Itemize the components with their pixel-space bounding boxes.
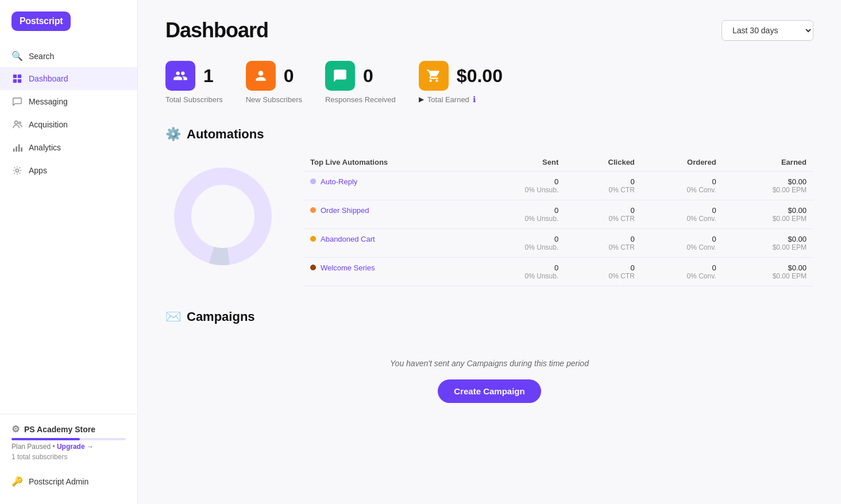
admin-label: Postscript Admin [29, 477, 88, 486]
automations-icon: ⚙️ [165, 127, 181, 142]
table-row: Order Shipped 0 0% Unsub. 0 0% CTR 0 0% … [303, 200, 813, 229]
automations-title: Automations [187, 127, 264, 142]
automation-link[interactable]: Order Shipped [321, 206, 369, 215]
campaigns-section: ✉️ Campaigns You haven't sent any Campai… [165, 309, 813, 414]
sent-cell: 0 0% Unsub. [476, 229, 565, 258]
messaging-icon [11, 96, 23, 107]
svg-point-5 [19, 122, 21, 125]
sidebar-item-dashboard[interactable]: Dashboard [0, 67, 137, 90]
responses-icon [325, 61, 355, 91]
search-icon: 🔍 [11, 51, 23, 61]
store-icon: ⚙ [11, 424, 20, 435]
clicked-cell: 0 0% CTR [565, 200, 642, 229]
plan-status-text: Plan Paused • Upgrade → [11, 443, 126, 451]
acquisition-icon [11, 119, 23, 130]
campaigns-empty-state: You haven't sent any Campaigns during th… [165, 336, 813, 414]
svg-rect-1 [18, 75, 21, 78]
clicked-cell: 0 0% CTR [565, 229, 642, 258]
campaigns-icon: ✉️ [165, 309, 181, 324]
store-name-label: PS Academy Store [24, 425, 95, 434]
svg-rect-2 [13, 79, 17, 83]
upgrade-link[interactable]: Upgrade → [57, 443, 94, 451]
automation-link[interactable]: Welcome Series [321, 263, 375, 272]
total-subscribers-value: 1 [203, 65, 214, 87]
automations-section-wrap: ⚙️ Automations Top Live Automations Sent [165, 127, 813, 286]
info-icon[interactable]: ℹ [473, 95, 476, 104]
sidebar-item-label: Apps [29, 166, 47, 175]
sidebar-item-admin[interactable]: 🔑 Postscript Admin [0, 470, 137, 493]
total-earned-label-row: ▶ Total Earned ℹ [419, 94, 476, 104]
col-header-clicked: Clicked [565, 153, 642, 172]
automation-link[interactable]: Abandoned Cart [321, 235, 375, 243]
col-header-ordered: Ordered [642, 153, 723, 172]
stat-card-responses: 0 Responses Received [325, 61, 396, 104]
row-dot [310, 236, 316, 242]
store-name-row: ⚙ PS Academy Store [11, 424, 126, 435]
logo[interactable]: Postscript [11, 11, 71, 31]
svg-point-11 [183, 176, 263, 257]
dashboard-icon [11, 73, 23, 84]
total-earned-icon [419, 61, 449, 91]
campaigns-empty-text: You haven't sent any Campaigns during th… [165, 359, 813, 368]
sidebar-item-apps[interactable]: Apps [0, 159, 137, 182]
analytics-icon [11, 142, 23, 153]
ordered-cell: 0 0% Conv. [642, 200, 723, 229]
total-subscribers-icon [165, 61, 195, 91]
new-subscribers-value: 0 [284, 65, 294, 87]
plan-progress-bar [11, 438, 126, 440]
page-title: Dashboard [165, 18, 268, 42]
create-campaign-button[interactable]: Create Campaign [438, 379, 541, 403]
total-subscribers-label: Total Subscribers [165, 95, 223, 104]
svg-rect-0 [13, 75, 17, 78]
responses-label: Responses Received [325, 95, 396, 104]
sidebar-item-acquisition[interactable]: Acquisition [0, 113, 137, 136]
plan-bar-fill [11, 438, 80, 440]
subscriber-count: 1 total subscribers [11, 453, 126, 461]
clicked-cell: 0 0% CTR [565, 172, 642, 200]
main-content: Dashboard Last 7 daysLast 30 daysLast 90… [138, 0, 841, 504]
earned-cell: $0.00 $0.00 EPM [723, 229, 813, 258]
col-header-name: Top Live Automations [303, 153, 476, 172]
store-section: ⚙ PS Academy Store Plan Paused • Upgrade… [0, 414, 137, 470]
row-dot [310, 207, 316, 213]
donut-chart [165, 153, 280, 268]
auto-name-cell: Abandoned Cart [303, 229, 476, 258]
automations-content: Top Live Automations Sent Clicked Ordere… [165, 153, 813, 286]
svg-rect-3 [18, 79, 21, 83]
svg-rect-9 [21, 148, 22, 152]
admin-icon: 🔑 [11, 476, 23, 487]
svg-rect-6 [13, 149, 15, 152]
stat-cards: 1 Total Subscribers 0 New Subscribers 0 … [165, 61, 813, 104]
apps-icon [11, 165, 23, 176]
sidebar-item-analytics[interactable]: Analytics [0, 136, 137, 159]
ordered-cell: 0 0% Conv. [642, 258, 723, 286]
date-filter-select[interactable]: Last 7 daysLast 30 daysLast 90 daysLast … [722, 20, 813, 41]
table-row: Auto-Reply 0 0% Unsub. 0 0% CTR 0 0% Con… [303, 172, 813, 200]
page-header: Dashboard Last 7 daysLast 30 daysLast 90… [165, 18, 813, 42]
svg-rect-8 [18, 145, 20, 152]
sidebar-item-messaging[interactable]: Messaging [0, 90, 137, 113]
row-dot [310, 265, 316, 270]
sidebar-item-label: Search [29, 52, 54, 61]
earned-cell: $0.00 $0.00 EPM [723, 172, 813, 200]
new-subscribers-label: New Subscribers [246, 95, 302, 104]
auto-name-cell: Order Shipped [303, 200, 476, 229]
automations-header: ⚙️ Automations [165, 127, 813, 142]
clicked-cell: 0 0% CTR [565, 258, 642, 286]
auto-name-cell: Welcome Series [303, 258, 476, 286]
auto-name-cell: Auto-Reply [303, 172, 476, 200]
stat-card-total-earned: $0.00 ▶ Total Earned ℹ [419, 61, 503, 104]
sidebar-item-search[interactable]: 🔍 Search [0, 45, 137, 67]
sidebar-item-label: Acquisition [29, 120, 68, 129]
svg-point-4 [15, 121, 18, 124]
automation-link[interactable]: Auto-Reply [321, 177, 357, 186]
row-dot [310, 179, 316, 184]
new-subscribers-icon [246, 61, 276, 91]
automations-table: Top Live Automations Sent Clicked Ordere… [303, 153, 813, 286]
table-row: Welcome Series 0 0% Unsub. 0 0% CTR 0 0%… [303, 258, 813, 286]
campaigns-title: Campaigns [187, 309, 255, 324]
earned-cell: $0.00 $0.00 EPM [723, 200, 813, 229]
sent-cell: 0 0% Unsub. [476, 258, 565, 286]
sidebar-item-label: Dashboard [29, 74, 68, 83]
sidebar-item-label: Messaging [29, 97, 68, 106]
